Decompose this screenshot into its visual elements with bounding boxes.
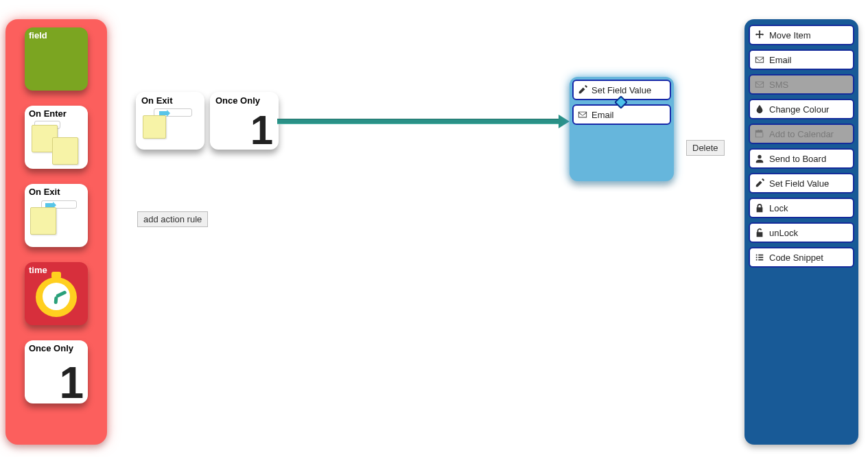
user-icon [755,154,764,163]
add-action-rule-button[interactable]: add action rule [137,211,208,227]
unlock-icon [755,228,764,237]
trigger-palette: field On Enter On Exit time Once Only 1 [5,19,107,445]
action-label: Email [769,55,792,65]
digit-one-icon: 1 [59,366,84,401]
envelope-icon [755,55,764,65]
rule-action-label: Email [591,110,614,120]
envelope-icon [578,110,587,119]
rule-trigger-label: On Exit [141,96,173,106]
action-label: Send to Board [769,154,826,164]
action-add-to-calendar: Add to Calendar [749,124,854,144]
rule-guard-once-only[interactable]: Once Only 1 [210,92,279,150]
action-label: Code Snippet [769,253,823,263]
palette-trigger-on-exit[interactable]: On Exit [25,184,88,247]
action-move-item[interactable]: Move Item [749,25,854,45]
action-set-field-value[interactable]: Set Field Value [749,173,854,194]
rule-connector-arrow [277,117,570,126]
action-email[interactable]: Email [749,49,854,70]
palette-field-label: field [29,31,47,40]
tint-icon [755,104,764,114]
action-label: Set Field Value [769,178,829,189]
edit-icon [755,178,764,188]
action-lock[interactable]: Lock [749,198,854,218]
action-send-to-board[interactable]: Send to Board [749,148,854,169]
palette-guard-once-only[interactable]: Once Only 1 [25,340,88,403]
palette-on-exit-label: On Exit [29,187,60,197]
digit-one-icon: 1 [250,114,273,147]
sticky-note-icon [52,137,78,165]
action-change-colour[interactable]: Change Colour [749,99,854,119]
rule-action-label: Set Field Value [591,85,651,95]
action-label: unLock [769,228,798,238]
sticky-note-icon [143,115,166,139]
palette-trigger-time[interactable]: time [25,262,88,325]
rule-action-drop-target[interactable]: Set Field Value Email [570,77,674,181]
action-label: SMS [769,80,788,90]
list-icon [755,253,764,262]
envelope-icon [755,80,764,89]
sticky-note-icon [30,207,56,235]
action-code-snippet[interactable]: Code Snippet [749,247,854,268]
lock-icon [755,203,764,213]
calendar-icon [755,129,764,139]
stopwatch-icon [34,273,78,317]
action-label: Lock [769,203,788,213]
palette-trigger-on-enter[interactable]: On Enter [25,106,88,169]
action-label: Move Item [769,30,811,40]
rule-trigger-on-exit[interactable]: On Exit [136,92,204,150]
action-label: Change Colour [769,104,829,115]
palette-once-only-label: Once Only [29,344,73,353]
move-icon [755,30,764,40]
palette-trigger-field[interactable]: field [25,27,88,91]
palette-on-enter-label: On Enter [29,109,67,119]
delete-rule-button[interactable]: Delete [686,140,725,156]
edit-icon [578,85,587,95]
action-unlock[interactable]: unLock [749,222,854,243]
action-label: Add to Calendar [769,129,834,139]
rule-guard-label: Once Only [215,96,260,106]
action-sms: SMS [749,74,854,95]
action-palette: Move Item Email SMS Change Colour Add to… [744,19,858,445]
